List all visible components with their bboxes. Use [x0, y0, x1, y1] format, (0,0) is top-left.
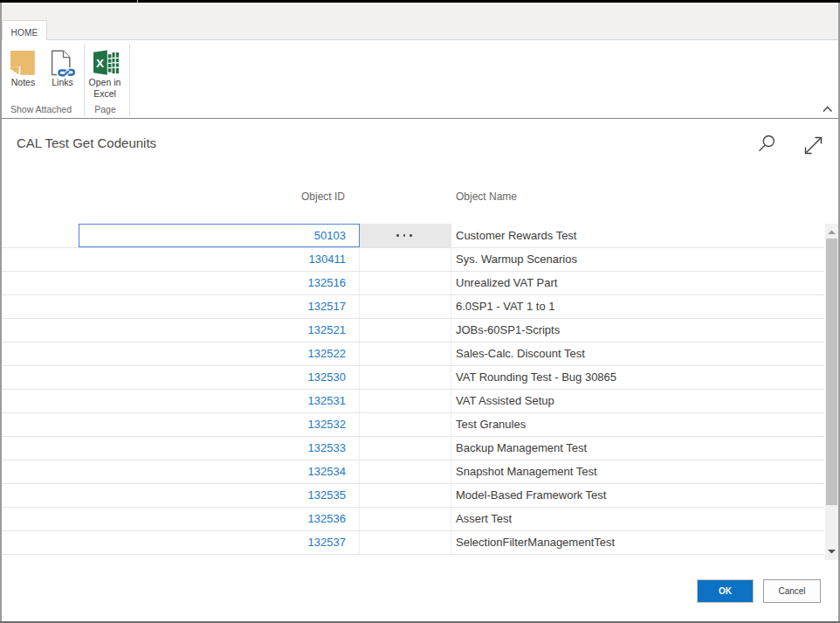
svg-text:X: X [96, 57, 104, 70]
